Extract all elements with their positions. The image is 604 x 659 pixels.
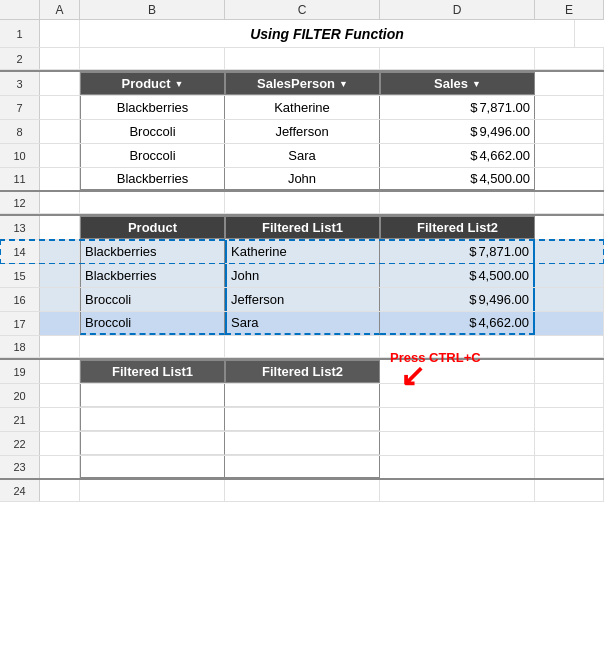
- col-b-header: B: [80, 0, 225, 19]
- cell-1a: [40, 20, 80, 47]
- dollar-8: $: [470, 124, 477, 139]
- cell-10e: [535, 144, 604, 167]
- dollar-11: $: [470, 171, 477, 186]
- rownum-15: 15: [0, 264, 40, 287]
- cell-3a: [40, 72, 80, 95]
- row-2: 2: [0, 48, 604, 70]
- table2-row-14: 14 Blackberries Katherine $ 7,871.00: [0, 240, 604, 264]
- table1-row-11: 11 Blackberries John $ 4,500.00: [0, 168, 604, 192]
- filter-icon-sales[interactable]: ▼: [472, 79, 481, 89]
- table2-list2-16: $ 9,496.00: [380, 288, 535, 311]
- table3-row-21: 21: [0, 408, 604, 432]
- cell-3e: [535, 72, 604, 95]
- table1-salesperson-10: Sara: [225, 144, 380, 167]
- spreadsheet: A B C D E 1 Using FILTER Function 2: [0, 0, 604, 659]
- row-1: 1 Using FILTER Function: [0, 20, 604, 48]
- col-c-header: C: [225, 0, 380, 19]
- rownum-14: 14: [0, 240, 40, 263]
- filter-icon-product[interactable]: ▼: [175, 79, 184, 89]
- table1-product-8: Broccoli: [80, 120, 225, 143]
- cell-7a: [40, 96, 80, 119]
- table2-list2-14: $ 7,871.00: [380, 240, 535, 263]
- table3-row-22: 22: [0, 432, 604, 456]
- table1-salesperson-11: John: [225, 168, 380, 190]
- table1-salesperson-8: Jefferson: [225, 120, 380, 143]
- page-title: Using FILTER Function: [250, 26, 404, 42]
- table2-list2-15: $ 4,500.00: [380, 264, 535, 287]
- cell-11a: [40, 168, 80, 190]
- rownum-24: 24: [0, 480, 40, 501]
- cell-11e: [535, 168, 604, 190]
- row-12: 12: [0, 192, 604, 214]
- table2-list1-header: Filtered List1: [225, 216, 380, 239]
- cell-2e: [535, 48, 604, 69]
- rownum-19: 19: [0, 360, 40, 383]
- table1-row-7: 7 Blackberries Katherine $ 7,871.00: [0, 96, 604, 120]
- row-13: 13 Product Filtered List1 Filtered List2: [0, 214, 604, 240]
- col-a-header: A: [40, 0, 80, 19]
- table3-list2-header: Filtered List2: [225, 360, 380, 383]
- dollar-10: $: [470, 148, 477, 163]
- rownum-18: 18: [0, 336, 40, 357]
- table2-list2-17: $ 4,662.00: [380, 312, 535, 335]
- table1-row-10: 10 Broccoli Sara $ 4,662.00: [0, 144, 604, 168]
- row-19: 19 Filtered List1 Filtered List2: [0, 358, 604, 384]
- rownum-22: 22: [0, 432, 40, 455]
- table1-product-10: Broccoli: [80, 144, 225, 167]
- table2-list1-16: Jefferson: [225, 288, 380, 311]
- rownum-3: 3: [0, 72, 40, 95]
- table1-row-8: 8 Broccoli Jefferson $ 9,496.00: [0, 120, 604, 144]
- table2-product-15: Blackberries: [80, 264, 225, 287]
- col-e-header: E: [535, 0, 604, 19]
- table1-sales-11: $ 4,500.00: [380, 168, 535, 190]
- table2-row-16: 16 Broccoli Jefferson $ 9,496.00: [0, 288, 604, 312]
- cell-10a: [40, 144, 80, 167]
- table1-sales-header: Sales ▼: [380, 72, 535, 95]
- table1-salesperson-header: SalesPerson ▼: [225, 72, 380, 95]
- rownum-2: 2: [0, 48, 40, 69]
- rownum-13: 13: [0, 216, 40, 239]
- cell-2c: [225, 48, 380, 69]
- table1-product-7: Blackberries: [80, 96, 225, 119]
- table3-row-20: 20: [0, 384, 604, 408]
- table1-sales-8: $ 9,496.00: [380, 120, 535, 143]
- rownum-7: 7: [0, 96, 40, 119]
- table1-product-header: Product ▼: [80, 72, 225, 95]
- cell-7e: [535, 96, 604, 119]
- rownum-21: 21: [0, 408, 40, 431]
- table3-row-23: 23: [0, 456, 604, 480]
- table2-product-14: Blackberries: [80, 240, 225, 263]
- table1-product-11: Blackberries: [80, 168, 225, 190]
- corner-cell: [0, 0, 40, 19]
- table3-list1-header: Filtered List1: [80, 360, 225, 383]
- row-24: 24: [0, 480, 604, 502]
- table2-product-17: Broccoli: [80, 312, 225, 335]
- grid: 1 Using FILTER Function 2 3 Pr: [0, 20, 604, 502]
- table2-product-header: Product: [80, 216, 225, 239]
- grid-area: 1 Using FILTER Function 2 3 Pr: [0, 20, 604, 502]
- table1-sales-10: $ 4,662.00: [380, 144, 535, 167]
- cell-2b: [80, 48, 225, 69]
- rownum-8: 8: [0, 120, 40, 143]
- table2-product-16: Broccoli: [80, 288, 225, 311]
- row-18: 18: [0, 336, 604, 358]
- table1-sales-7: $ 7,871.00: [380, 96, 535, 119]
- table2-list1-15: John: [225, 264, 380, 287]
- title-cell: Using FILTER Function: [80, 20, 575, 47]
- filter-icon-salesperson[interactable]: ▼: [339, 79, 348, 89]
- table2-list2-header: Filtered List2: [380, 216, 535, 239]
- dollar-7: $: [470, 100, 477, 115]
- table1-salesperson-7: Katherine: [225, 96, 380, 119]
- cell-8e: [535, 120, 604, 143]
- row-3: 3 Product ▼ SalesPerson ▼ Sales ▼: [0, 70, 604, 96]
- table2-row-15: 15 Blackberries John $ 4,500.00: [0, 264, 604, 288]
- rownum-10: 10: [0, 144, 40, 167]
- column-headers: A B C D E: [0, 0, 604, 20]
- cell-8a: [40, 120, 80, 143]
- cell-2a: [40, 48, 80, 69]
- rownum-20: 20: [0, 384, 40, 407]
- table2-row-17: 17 Broccoli Sara $ 4,662.00 ↙ Press CTRL…: [0, 312, 604, 336]
- rownum-1: 1: [0, 20, 40, 47]
- rownum-17: 17: [0, 312, 40, 335]
- rownum-23: 23: [0, 456, 40, 478]
